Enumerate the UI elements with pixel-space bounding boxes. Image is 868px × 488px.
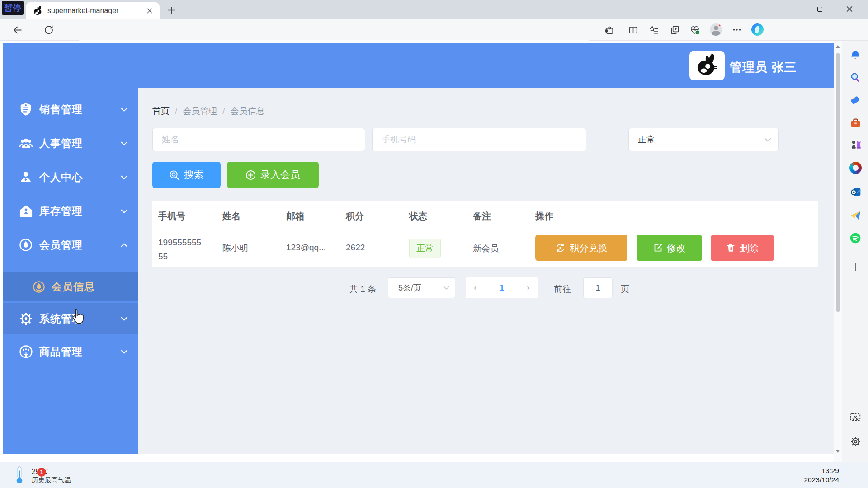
weather-alert-badge: 1 — [37, 468, 46, 477]
spotify-icon[interactable] — [849, 232, 862, 244]
cell-email: 123@qq... — [286, 243, 326, 253]
outlook-icon[interactable] — [849, 185, 862, 198]
trash-icon — [726, 243, 736, 253]
add-member-button[interactable]: 录入会员 — [227, 162, 319, 188]
per-page-select[interactable]: 5条/页 — [388, 277, 455, 298]
col-header-phone: 手机号 — [158, 210, 185, 222]
search-button-label: 搜索 — [184, 168, 204, 182]
drops-circle-icon — [18, 345, 33, 359]
sidebar-item-member[interactable]: 会员管理 — [3, 228, 138, 262]
settings-gear-icon[interactable] — [849, 435, 862, 448]
games-chess-icon[interactable] — [849, 138, 862, 150]
profile-avatar[interactable] — [710, 23, 722, 36]
tab-strip: 暂停 supermarket-manager — [0, 0, 868, 19]
sidebar-item-inventory[interactable]: 库存管理 — [3, 194, 138, 228]
goto-page-input[interactable]: 1 — [583, 277, 613, 298]
breadcrumb-member-mgmt[interactable]: 会员管理 — [183, 105, 217, 117]
thermometer-icon — [14, 466, 25, 485]
cell-phone: 19955555555 — [158, 235, 204, 263]
window-maximize-button[interactable] — [806, 0, 834, 18]
col-header-name: 姓名 — [222, 210, 241, 222]
water-drop-icon — [18, 238, 33, 252]
tab-close-icon[interactable] — [144, 5, 155, 16]
rabbit-favicon — [33, 6, 43, 16]
extensions-icon[interactable] — [601, 22, 618, 38]
per-page-value: 5条/页 — [398, 282, 443, 293]
sidebar-item-label: 个人中心 — [39, 170, 121, 184]
sidebar-item-goods[interactable]: 商品管理 — [3, 336, 138, 367]
paper-plane-icon[interactable] — [849, 209, 862, 221]
screenshot-snip-icon[interactable] — [849, 411, 862, 423]
current-page[interactable]: 1 — [500, 283, 505, 293]
table-header-divider — [152, 229, 818, 229]
profile-alert-dot — [718, 23, 722, 27]
exchange-refresh-icon — [555, 243, 566, 253]
status-select[interactable]: 正常 — [628, 128, 779, 151]
notifications-bell-icon[interactable] — [849, 49, 862, 61]
tray-date: 2023/10/24 — [792, 475, 839, 484]
window-minimize-button[interactable] — [776, 0, 804, 18]
points-exchange-button[interactable]: 积分兑换 — [535, 235, 627, 261]
badge-shield-icon — [18, 103, 33, 116]
scroll-down-icon[interactable] — [835, 450, 840, 453]
page-scrollbar[interactable] — [834, 41, 842, 462]
sidebar-item-label: 商品管理 — [39, 345, 121, 359]
breadcrumb-member-info: 会员信息 — [231, 105, 265, 117]
weather-desc: 历史最高气温 — [32, 476, 71, 484]
delete-button[interactable]: 删除 — [711, 235, 774, 261]
weather-widget[interactable]: 1 25°C 历史最高气温 — [14, 466, 127, 485]
phone-input[interactable] — [372, 128, 586, 151]
search-button[interactable]: 搜索 — [152, 162, 221, 188]
toolbox-icon[interactable] — [849, 116, 862, 129]
edit-button[interactable]: 修改 — [637, 235, 702, 261]
member-table: 手机号 姓名 邮箱 积分 状态 备注 操作 19955555555 陈小明 12… — [152, 201, 818, 267]
cell-remark: 新会员 — [473, 243, 499, 254]
add-sidebar-item-icon[interactable] — [849, 261, 862, 273]
chevron-down-icon — [121, 350, 127, 354]
sidebar-item-personnel[interactable]: 人事管理 — [3, 127, 138, 160]
split-screen-icon[interactable] — [625, 22, 641, 38]
circle-plus-icon — [245, 170, 256, 180]
browser-toolbar: localhost:9292/member_management/member/… — [0, 19, 868, 41]
more-options-icon[interactable] — [729, 22, 745, 38]
browser-essentials-icon[interactable] — [687, 22, 703, 38]
scroll-up-icon[interactable] — [835, 45, 840, 48]
scrollbar-thumb[interactable] — [836, 53, 840, 312]
breadcrumb-separator: / — [175, 106, 177, 116]
chevron-down-icon — [121, 317, 127, 321]
back-icon[interactable] — [9, 22, 25, 38]
gold-drop-icon — [33, 281, 45, 293]
next-page-icon[interactable]: › — [527, 282, 530, 294]
col-header-email: 邮箱 — [286, 210, 304, 222]
recorder-pause-badge[interactable]: 暂停 — [2, 1, 24, 15]
status-badge: 正常 — [409, 239, 441, 258]
name-input[interactable] — [152, 128, 365, 151]
admin-name: 管理员 张三 — [730, 59, 797, 75]
page-unit-label: 页 — [621, 283, 629, 295]
shopping-tag-icon[interactable] — [849, 94, 862, 106]
sidebar-item-sales[interactable]: 销售管理 — [3, 93, 138, 126]
points-exchange-label: 积分兑换 — [570, 242, 608, 254]
pagination-total: 共 1 条 — [349, 283, 376, 295]
cell-points: 2622 — [346, 243, 365, 253]
sidebar-search-icon[interactable] — [849, 71, 862, 84]
window-close-button[interactable] — [835, 0, 863, 18]
person-icon — [18, 170, 33, 184]
collections-icon[interactable] — [666, 22, 683, 38]
prev-page-icon[interactable]: ‹ — [474, 282, 477, 294]
favorites-list-icon[interactable] — [646, 22, 662, 38]
tray-clock[interactable]: 13:29 2023/10/24 — [792, 466, 839, 484]
sidebar-subitem-member-info[interactable]: 会员信息 — [3, 272, 138, 301]
sidebar-item-personal-center[interactable]: 个人中心 — [3, 160, 138, 194]
copilot-icon[interactable] — [751, 23, 764, 36]
m365-icon[interactable] — [849, 161, 862, 174]
browser-tab[interactable]: supermarket-manager — [26, 2, 160, 19]
refresh-icon[interactable] — [41, 22, 57, 38]
breadcrumb-home[interactable]: 首页 — [152, 105, 170, 117]
chevron-down-icon — [121, 175, 127, 179]
app-header: 超市管理系统 管理员 张三 — [3, 43, 834, 88]
breadcrumb: 首页 / 会员管理 / 会员信息 — [152, 105, 265, 117]
admin-avatar[interactable] — [689, 51, 725, 80]
new-tab-button[interactable] — [165, 4, 177, 16]
sidebar-item-label: 库存管理 — [39, 204, 121, 218]
